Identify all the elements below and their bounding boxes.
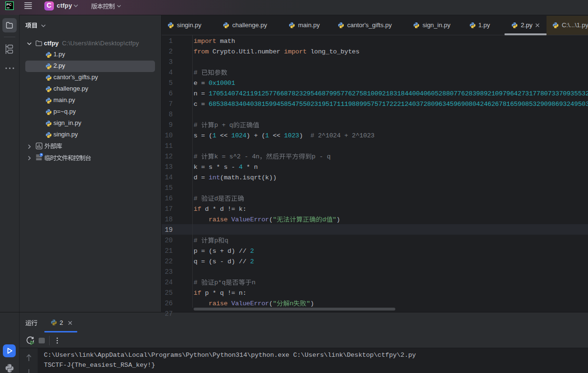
svg-text:PC: PC <box>7 2 12 7</box>
